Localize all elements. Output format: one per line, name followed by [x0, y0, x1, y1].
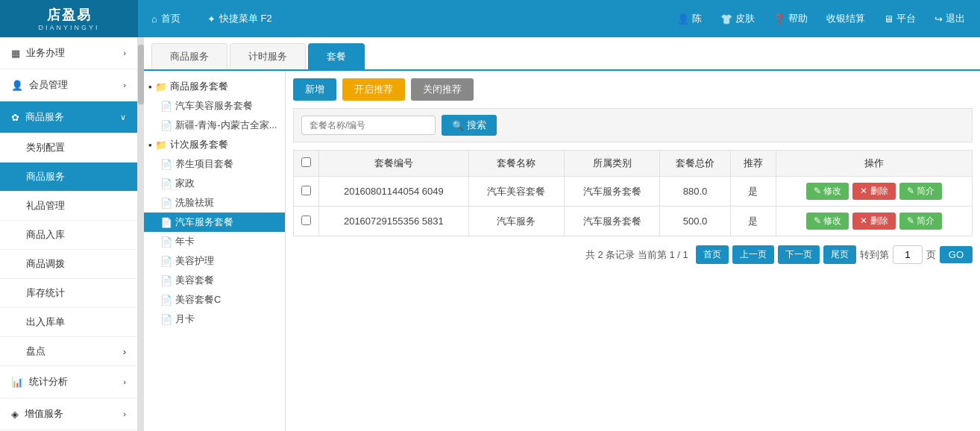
first-page-button[interactable]: 首页 [696, 245, 729, 264]
sidebar-label-stats: 统计分析 [29, 375, 68, 388]
col-recommend: 推荐 [730, 151, 776, 177]
intro-button-1[interactable]: ✎ 简介 [899, 213, 942, 230]
user-icon: 👤 [677, 13, 689, 25]
folder-icon-1: 📁 [155, 81, 167, 92]
search-input[interactable] [301, 116, 436, 135]
sidebar-scrollbar[interactable] [138, 37, 144, 431]
tree-panel: ▪ 📁 商品服务套餐 📄 汽车美容服务套餐 📄 新疆-青海-内蒙古全家... ▪… [144, 71, 286, 431]
tree-item-car-service[interactable]: 📄 汽车服务套餐 [144, 213, 285, 232]
nav-quick-menu[interactable]: ✦ 快捷菜单 F2 [194, 0, 286, 37]
next-page-button[interactable]: 下一页 [778, 245, 820, 264]
sidebar-item-inout-order[interactable]: 出入库单 [0, 308, 137, 337]
user-label: 陈 [692, 12, 702, 25]
edit-button-1[interactable]: ✎ 修改 [806, 213, 849, 230]
tree-group-count-label: 计次服务套餐 [170, 138, 228, 151]
help-icon: ❓ [773, 13, 785, 25]
file-icon-beauty-care: 📄 [160, 256, 172, 267]
tabs: 商品服务 计时服务 套餐 [144, 37, 980, 71]
delete-button-1[interactable]: ✕ 删除 [852, 213, 895, 230]
main-layout: ▦ 业务办理 › 👤 会员管理 › ✿ 商品服务 ∨ 类别配置 商品服务 [0, 37, 980, 431]
sidebar-item-goods-service[interactable]: 商品服务 [0, 163, 137, 192]
tree-item-month-card[interactable]: 📄 月卡 [144, 309, 285, 329]
tree-group-goods-package[interactable]: ▪ 📁 商品服务套餐 [144, 77, 285, 96]
tree-item-face-wash[interactable]: 📄 洗脸祛斑 [144, 193, 285, 213]
sidebar-item-business[interactable]: ▦ 业务办理 › [0, 37, 137, 69]
intro-button-0[interactable]: ✎ 简介 [899, 183, 942, 200]
sidebar-item-gift[interactable]: 礼品管理 [0, 192, 137, 221]
inventory-arrow: › [123, 346, 126, 357]
row-total-price-1: 500.0 [660, 207, 731, 236]
search-button[interactable]: 🔍 搜索 [442, 115, 497, 136]
sidebar-item-stats[interactable]: 📊 统计分析 › [0, 366, 137, 398]
col-total-price: 套餐总价 [660, 151, 731, 177]
user-menu[interactable]: 👤 陈 [670, 0, 709, 37]
row-check-1[interactable] [301, 216, 311, 225]
row-package-name-0: 汽车美容套餐 [468, 177, 564, 207]
sidebar-item-stock-in[interactable]: 商品入库 [0, 221, 137, 250]
help-label: 帮助 [788, 12, 808, 25]
nav-quick-label: 快捷菜单 F2 [219, 12, 272, 25]
nav-items: ⌂ 首页 ✦ 快捷菜单 F2 [138, 0, 670, 37]
nav-home[interactable]: ⌂ 首页 [138, 0, 194, 37]
tree-item-face-wash-label: 洗脸祛斑 [175, 196, 214, 210]
sidebar-item-value-added[interactable]: ◈ 增值服务 › [0, 398, 137, 430]
business-icon: ▦ [11, 48, 20, 59]
tab-timed-service[interactable]: 计时服务 [230, 43, 306, 69]
sidebar-item-goods[interactable]: ✿ 商品服务 ∨ [0, 101, 137, 133]
add-button[interactable]: 新增 [293, 78, 336, 101]
sidebar: ▦ 业务办理 › 👤 会员管理 › ✿ 商品服务 ∨ 类别配置 商品服务 [0, 37, 138, 431]
value-added-icon: ◈ [11, 409, 19, 420]
go-button[interactable]: GO [940, 246, 973, 263]
skin-icon: 👕 [720, 13, 732, 25]
tree-item-beauty-care-label: 美容护理 [175, 254, 214, 268]
search-icon: 🔍 [452, 120, 464, 131]
quick-menu-icon: ✦ [207, 13, 216, 25]
tree-item-car-beauty[interactable]: 📄 汽车美容服务套餐 [144, 96, 285, 116]
tree-item-health[interactable]: 📄 养生项目套餐 [144, 154, 285, 174]
row-checkbox-1 [294, 207, 319, 236]
file-icon-housework: 📄 [160, 178, 172, 189]
tree-item-beauty-package-c[interactable]: 📄 美容套餐C [144, 290, 285, 309]
select-all-checkbox[interactable] [301, 157, 311, 167]
tree-item-health-label: 养生项目套餐 [175, 157, 233, 171]
sidebar-item-stock-adjust[interactable]: 商品调拨 [0, 250, 137, 279]
row-check-0[interactable] [301, 186, 311, 195]
tree-item-beauty-care[interactable]: 📄 美容护理 [144, 251, 285, 271]
sidebar-label-category: 类别配置 [26, 141, 65, 154]
tree-item-car-beauty-label: 汽车美容服务套餐 [175, 99, 253, 113]
row-recommend-0: 是 [730, 177, 776, 207]
close-recommend-button[interactable]: 关闭推荐 [411, 78, 474, 101]
edit-button-0[interactable]: ✎ 修改 [806, 183, 849, 200]
tree-item-xinjiang[interactable]: 📄 新疆-青海-内蒙古全家... [144, 116, 285, 135]
logout-menu[interactable]: ↪ 退出 [927, 0, 973, 37]
sidebar-item-inventory[interactable]: 盘点 › [0, 337, 137, 366]
sidebar-item-category[interactable]: 类别配置 [0, 133, 137, 163]
page-input[interactable] [893, 245, 923, 264]
open-recommend-button[interactable]: 开启推荐 [342, 78, 405, 101]
pagination: 共 2 条记录 当前第 1 / 1 首页 上一页 下一页 尾页 转到第 页 GO [293, 245, 973, 264]
col-package-no: 套餐编号 [319, 151, 469, 177]
tab-goods-service[interactable]: 商品服务 [151, 43, 227, 69]
prev-page-button[interactable]: 上一页 [732, 245, 774, 264]
tree-item-beauty-package[interactable]: 📄 美容套餐 [144, 271, 285, 290]
header-right: 👤 陈 👕 皮肤 ❓ 帮助 收银结算 🖥 平台 ↪ 退出 [670, 0, 980, 37]
sidebar-label-stock-in: 商品入库 [26, 228, 65, 242]
sidebar-scrollbar-thumb [138, 45, 144, 104]
tree-item-housework[interactable]: 📄 家政 [144, 174, 285, 193]
business-arrow: › [123, 48, 126, 57]
skin-menu[interactable]: 👕 皮肤 [713, 0, 762, 37]
tree-item-year-card[interactable]: 📄 年卡 [144, 232, 285, 251]
row-actions-0: ✎ 修改 ✕ 删除 ✎ 简介 [776, 177, 972, 207]
tree-group-count-package[interactable]: ▪ 📁 计次服务套餐 [144, 135, 285, 154]
tab-package[interactable]: 套餐 [308, 43, 365, 69]
delete-button-0[interactable]: ✕ 删除 [852, 183, 895, 200]
cashier-menu[interactable]: 收银结算 [819, 0, 873, 37]
tree-item-beauty-package-c-label: 美容套餐C [175, 293, 221, 306]
sidebar-label-inventory: 盘点 [26, 345, 45, 358]
help-menu[interactable]: ❓ 帮助 [766, 0, 815, 37]
platform-menu[interactable]: 🖥 平台 [876, 0, 923, 37]
sidebar-item-member[interactable]: 👤 会员管理 › [0, 69, 137, 101]
sidebar-item-stock-stat[interactable]: 库存统计 [0, 279, 137, 308]
last-page-button[interactable]: 尾页 [823, 245, 856, 264]
goto-label: 转到第 [860, 248, 889, 262]
